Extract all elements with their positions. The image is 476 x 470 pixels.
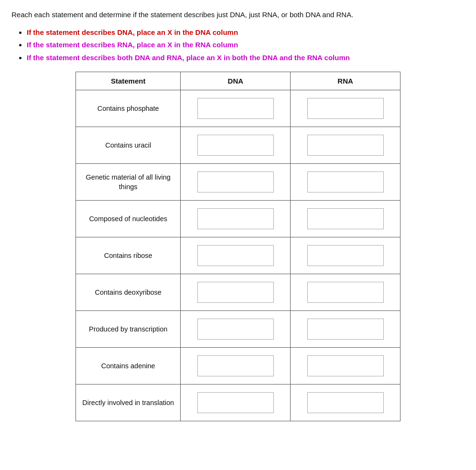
table-row: Contains deoxyribose	[76, 274, 400, 311]
statement-cell-3: Composed of nucleotides	[76, 201, 181, 237]
statement-text-7: Contains adenine	[101, 361, 155, 371]
rna-check-cell-0[interactable]	[291, 90, 400, 127]
rna-check-cell-7[interactable]	[291, 348, 400, 385]
dna-check-cell-1[interactable]	[181, 127, 291, 164]
rna-input-4[interactable]	[307, 245, 384, 266]
dna-check-cell-7[interactable]	[181, 348, 291, 385]
intro-text: Reach each statement and determine if th…	[11, 10, 465, 21]
statement-text-3: Composed of nucleotides	[89, 214, 167, 224]
statement-text-5: Contains deoxyribose	[95, 288, 161, 297]
instruction-dna: If the statement describes DNA, place an…	[27, 27, 465, 38]
rna-check-cell-1[interactable]	[291, 127, 400, 164]
dna-input-0[interactable]	[197, 98, 274, 119]
table-row: Contains adenine	[76, 348, 400, 385]
statement-cell-6: Produced by transcription	[76, 311, 181, 348]
dna-rna-table: Statement DNA RNA Contains phosphateCont…	[76, 72, 400, 421]
instruction-rna: If the statement describes RNA, place an…	[27, 40, 465, 51]
statement-text-2: Genetic material of all living things	[79, 172, 177, 192]
statement-cell-8: Directly involved in translation	[76, 385, 181, 421]
instructions-list: If the statement describes DNA, place an…	[11, 27, 465, 64]
dna-check-cell-0[interactable]	[181, 90, 291, 127]
statement-cell-4: Contains ribose	[76, 237, 181, 274]
dna-check-cell-6[interactable]	[181, 311, 291, 348]
rna-input-0[interactable]	[307, 98, 384, 119]
statement-cell-0: Contains phosphate	[76, 90, 181, 127]
table-row: Composed of nucleotides	[76, 201, 400, 237]
statement-text-4: Contains ribose	[104, 251, 152, 260]
dna-input-7[interactable]	[197, 355, 274, 376]
dna-input-5[interactable]	[197, 282, 274, 303]
statement-text-6: Produced by transcription	[89, 324, 167, 334]
dna-check-cell-8[interactable]	[181, 385, 291, 421]
rna-check-cell-6[interactable]	[291, 311, 400, 348]
statement-cell-1: Contains uracil	[76, 127, 181, 164]
table-row: Contains uracil	[76, 127, 400, 164]
rna-input-6[interactable]	[307, 319, 384, 340]
rna-input-7[interactable]	[307, 355, 384, 376]
table-row: Produced by transcription	[76, 311, 400, 348]
table-row: Directly involved in translation	[76, 385, 400, 421]
statement-text-8: Directly involved in translation	[82, 398, 174, 407]
dna-check-cell-4[interactable]	[181, 237, 291, 274]
dna-check-cell-3[interactable]	[181, 201, 291, 237]
rna-check-cell-2[interactable]	[291, 164, 400, 201]
table-row: Contains ribose	[76, 237, 400, 274]
dna-check-cell-2[interactable]	[181, 164, 291, 201]
dna-input-2[interactable]	[197, 171, 274, 192]
dna-input-3[interactable]	[197, 208, 274, 229]
header-dna: DNA	[181, 72, 291, 90]
statement-text-0: Contains phosphate	[97, 104, 159, 113]
statement-text-1: Contains uracil	[105, 140, 151, 150]
header-statement: Statement	[76, 72, 181, 90]
dna-input-4[interactable]	[197, 245, 274, 266]
instruction-both: If the statement describes both DNA and …	[27, 53, 465, 64]
table-wrapper: Statement DNA RNA Contains phosphateCont…	[11, 72, 465, 421]
statement-cell-2: Genetic material of all living things	[76, 164, 181, 201]
rna-check-cell-4[interactable]	[291, 237, 400, 274]
statement-cell-7: Contains adenine	[76, 348, 181, 385]
dna-input-1[interactable]	[197, 135, 274, 156]
dna-input-6[interactable]	[197, 319, 274, 340]
rna-input-8[interactable]	[307, 392, 384, 413]
dna-check-cell-5[interactable]	[181, 274, 291, 311]
dna-input-8[interactable]	[197, 392, 274, 413]
table-row: Contains phosphate	[76, 90, 400, 127]
rna-input-3[interactable]	[307, 208, 384, 229]
rna-input-5[interactable]	[307, 282, 384, 303]
rna-check-cell-3[interactable]	[291, 201, 400, 237]
rna-input-1[interactable]	[307, 135, 384, 156]
table-header-row: Statement DNA RNA	[76, 72, 400, 90]
header-rna: RNA	[291, 72, 400, 90]
rna-check-cell-5[interactable]	[291, 274, 400, 311]
statement-cell-5: Contains deoxyribose	[76, 274, 181, 311]
rna-input-2[interactable]	[307, 171, 384, 192]
table-row: Genetic material of all living things	[76, 164, 400, 201]
rna-check-cell-8[interactable]	[291, 385, 400, 421]
